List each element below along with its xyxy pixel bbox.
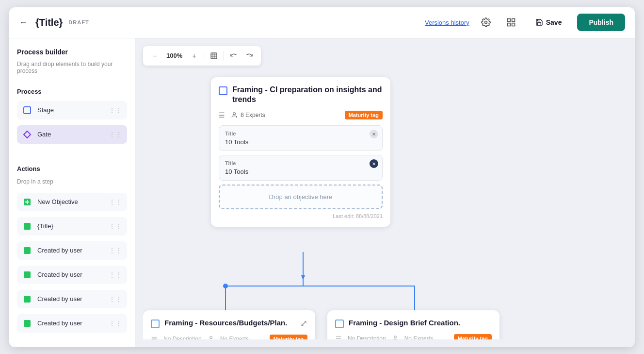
svg-rect-3 [507, 23, 510, 26]
bottom-right-header: Framing - Design Brief Creation. [335, 318, 492, 328]
objective-card-1: Title 10 Tools ✕ [219, 125, 383, 151]
zoom-in-button[interactable]: + [187, 49, 201, 63]
zoom-out-button[interactable]: − [148, 49, 161, 63]
stage-drag-handle[interactable]: ⋮⋮ [109, 106, 122, 114]
sidebar-item-stage[interactable]: Stage ⋮⋮ [17, 101, 127, 119]
created-by-2-icon [22, 270, 32, 280]
header-actions: Versions history Save Publish [425, 14, 625, 31]
sidebar-item-title[interactable]: {Title} ⋮⋮ [17, 217, 127, 236]
svg-rect-10 [24, 247, 31, 254]
bottom-right-meta: No Description No Experts Maturity tag [335, 334, 492, 339]
svg-rect-12 [24, 296, 31, 303]
bottom-right-square-icon [335, 320, 344, 328]
sidebar-builder-subtitle: Drag and drop elements to build your pro… [17, 61, 127, 74]
svg-rect-13 [24, 320, 31, 327]
sidebar-item-created-by-4-label: Created by user [37, 320, 104, 327]
main-node-header: Framing - CI preparation on insights and… [219, 85, 383, 105]
drop-zone[interactable]: Drop an objective here [219, 185, 383, 209]
svg-point-0 [484, 21, 487, 24]
main-node-title: Framing - CI preparation on insights and… [232, 85, 383, 105]
sidebar-item-created-by-1-label: Created by user [37, 247, 104, 254]
sidebar-item-created-by-1[interactable]: Created by user ⋮⋮ [17, 241, 127, 260]
bottom-left-description: No Description [163, 336, 202, 339]
bottom-right-maturity-tag[interactable]: Maturity tag [454, 334, 492, 339]
bottom-left-square-icon [151, 320, 160, 328]
created-by-1-drag-handle[interactable]: ⋮⋮ [109, 247, 122, 254]
versions-history-link[interactable]: Versions history [425, 19, 469, 26]
sidebar-item-title-label: {Title} [37, 222, 104, 230]
gate-icon [22, 129, 32, 140]
title-action-icon [22, 221, 32, 232]
created-by-1-icon [22, 245, 32, 256]
main-node-meta: ☰ 8 Experts Maturity tag [219, 111, 383, 119]
main-maturity-tag[interactable]: Maturity tag [345, 111, 383, 119]
bottom-left-title: Framing - Resources/Budgets/Plan. [164, 318, 293, 328]
created-by-4-drag-handle[interactable]: ⋮⋮ [109, 320, 122, 327]
svg-point-17 [223, 284, 228, 288]
fit-view-button[interactable] [207, 49, 221, 63]
obj2-close-button[interactable]: ✕ [370, 159, 378, 168]
sidebar-item-created-by-2[interactable]: Created by user ⋮⋮ [17, 266, 127, 284]
menu-icon[interactable]: ☰ [219, 111, 225, 119]
obj1-title: Title [225, 131, 376, 136]
settings-button[interactable] [477, 14, 495, 31]
bottom-left-header: Framing - Resources/Budgets/Plan. ⤢ [151, 318, 307, 329]
new-objective-icon [22, 197, 32, 207]
bottom-left-drag[interactable]: ⤢ [300, 318, 307, 329]
sidebar-item-new-objective-label: New Objective [37, 198, 104, 205]
bottom-right-title: Framing - Design Brief Creation. [349, 318, 492, 328]
back-button[interactable]: ← [19, 17, 28, 28]
no-experts-icon [208, 336, 214, 339]
sidebar-item-new-objective[interactable]: New Objective ⋮⋮ [17, 193, 127, 211]
svg-rect-11 [24, 271, 31, 278]
svg-rect-4 [512, 23, 515, 26]
save-button[interactable]: Save [528, 15, 570, 30]
svg-rect-9 [24, 223, 31, 230]
obj1-value: 10 Tools [225, 138, 376, 146]
created-by-2-drag-handle[interactable]: ⋮⋮ [109, 271, 122, 279]
new-objective-drag-handle[interactable]: ⋮⋮ [109, 198, 122, 206]
no-experts-icon-2 [392, 335, 399, 339]
created-by-3-drag-handle[interactable]: ⋮⋮ [109, 295, 122, 303]
sidebar-item-gate[interactable]: Gate ⋮⋮ [17, 125, 127, 144]
obj1-close-button[interactable]: ✕ [370, 130, 378, 138]
no-desc-icon [151, 336, 158, 339]
canvas-area: − 100% + [135, 38, 635, 347]
toolbar-divider-1 [204, 51, 204, 61]
svg-marker-16 [301, 275, 305, 280]
svg-point-24 [209, 336, 212, 338]
sidebar-item-created-by-3-label: Created by user [37, 295, 104, 303]
canvas-content: Framing - CI preparation on insights and… [143, 72, 627, 339]
undo-button[interactable] [227, 49, 241, 63]
bottom-left-experts: No Experts [220, 336, 249, 339]
svg-point-30 [394, 336, 396, 338]
obj2-value: 10 Tools [225, 168, 376, 175]
no-desc-icon-2 [335, 335, 342, 339]
bottom-right-node: Framing - Design Brief Creation. No Desc… [327, 310, 499, 339]
bottom-left-node: Framing - Resources/Budgets/Plan. ⤢ No D… [143, 310, 315, 339]
main-node-footer: Last edit: 88/88/2021 [219, 213, 383, 219]
svg-rect-15 [211, 53, 217, 59]
page-title: {Title} [35, 17, 63, 28]
publish-button[interactable]: Publish [577, 14, 625, 31]
canvas-toolbar: − 100% + [143, 46, 261, 66]
sidebar-item-created-by-3[interactable]: Created by user ⋮⋮ [17, 290, 127, 308]
main-layout: Process builder Drag and drop elements t… [9, 38, 635, 347]
gate-drag-handle[interactable]: ⋮⋮ [109, 131, 122, 138]
toolbar-divider-2 [224, 51, 224, 61]
grid-view-button[interactable] [502, 14, 520, 31]
stage-icon [22, 105, 32, 116]
sidebar-item-gate-label: Gate [37, 131, 104, 138]
svg-rect-1 [507, 19, 510, 22]
sidebar-builder-title: Process builder [17, 48, 127, 56]
sidebar: Process builder Drag and drop elements t… [9, 38, 135, 347]
redo-button[interactable] [242, 49, 256, 63]
header: ← {Title} DRAFT Versions history Save [9, 7, 635, 38]
svg-rect-2 [512, 19, 515, 22]
sidebar-item-created-by-4[interactable]: Created by user ⋮⋮ [17, 314, 127, 333]
bottom-left-maturity-tag[interactable]: Maturity tag [270, 335, 307, 339]
title-drag-handle[interactable]: ⋮⋮ [109, 222, 122, 230]
draft-badge: DRAFT [68, 19, 89, 25]
obj2-title: Title [225, 160, 376, 166]
bottom-right-description: No Description [348, 335, 386, 339]
